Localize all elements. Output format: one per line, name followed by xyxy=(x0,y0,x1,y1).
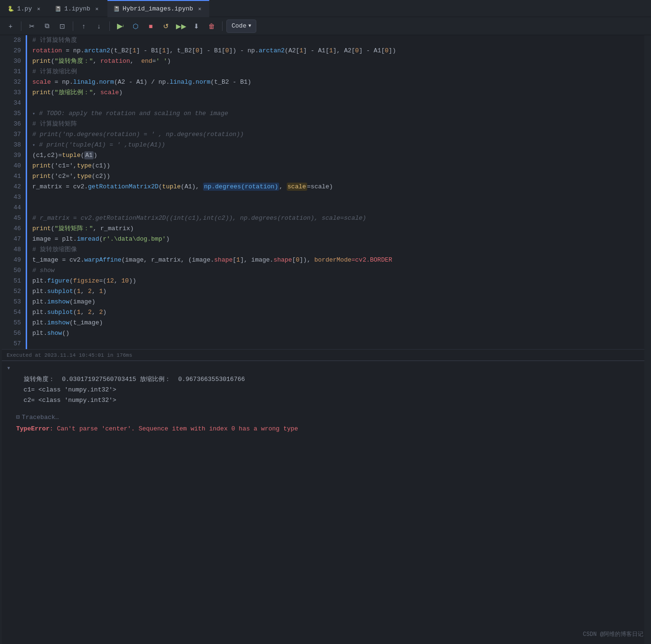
code-token: , xyxy=(279,183,287,190)
tab-1ipynb[interactable]: 📓 1.ipynb ✕ xyxy=(49,0,107,17)
table-row: 30print("旋转角度：", rotation, end=' ') xyxy=(2,56,644,67)
output-area: ▾ 旋转角度： 0.030171927560703415 放缩比例： 0.967… xyxy=(2,361,644,435)
code-line[interactable]: rotation = np.arctan2(t_B2[1] - B1[1], t… xyxy=(26,46,644,56)
download-button[interactable]: ⬇ xyxy=(190,20,203,33)
code-line[interactable] xyxy=(26,339,644,349)
code-line[interactable]: plt.imshow(t_image) xyxy=(26,318,644,328)
python-icon: 🐍 xyxy=(8,6,14,12)
tab-1ipynb-close[interactable]: ✕ xyxy=(93,5,101,13)
line-number: 36 xyxy=(2,119,26,129)
tab-1ipynb-label: 1.ipynb xyxy=(64,5,90,12)
code-line[interactable]: print('c1=',type(c1)) xyxy=(26,161,644,171)
cell-bar xyxy=(26,119,27,129)
output-line: 旋转角度： 0.030171927560703415 放缩比例： 0.96736… xyxy=(2,374,644,385)
code-token: 1 xyxy=(300,47,303,54)
table-row: 46print("旋转矩阵：", r_matrix) xyxy=(2,224,644,234)
fold-icon[interactable]: ▾ xyxy=(32,143,38,148)
run-current-button[interactable]: ▶I xyxy=(114,20,127,33)
code-line[interactable]: # 计算旋转角度 xyxy=(26,35,644,46)
traceback-row[interactable]: ⊟Traceback… xyxy=(2,412,644,423)
code-token: , xyxy=(93,58,100,65)
stop-button[interactable]: ■ xyxy=(144,20,157,33)
copy-button[interactable]: ⧉ xyxy=(40,20,54,33)
move-up-button[interactable]: ↑ xyxy=(77,20,90,33)
scrollbar-track[interactable] xyxy=(644,35,651,644)
code-line[interactable]: scale = np.linalg.norm(A2 - A1) / np.lin… xyxy=(26,77,644,88)
code-token: imread xyxy=(77,235,99,243)
tab-1py[interactable]: 🐍 1.py ✕ xyxy=(2,0,48,17)
table-row: 33print("放缩比例：", scale) xyxy=(2,88,644,98)
code-line[interactable]: # show xyxy=(26,265,644,276)
code-token: , r_matrix) xyxy=(93,225,134,232)
code-line[interactable]: print('c2=',type(c2)) xyxy=(26,171,644,182)
editor-area: 28# 计算旋转角度29rotation = np.arctan2(t_B2[1… xyxy=(0,35,651,644)
output-collapse-row[interactable]: ▾ xyxy=(2,361,644,374)
code-line[interactable]: # 计算旋转矩阵 xyxy=(26,119,644,129)
code-line[interactable]: image = plt.imread(r'.\data\dog.bmp') xyxy=(26,234,644,244)
code-line[interactable]: plt.subplot(1, 2, 1) xyxy=(26,286,644,297)
code-line[interactable]: ▾ # print('tuple(A1) = ' ,tuple(A1)) xyxy=(26,140,644,150)
delete-button[interactable]: 🗑 xyxy=(205,20,218,33)
add-cell-button[interactable]: + xyxy=(4,20,17,33)
code-token: tuple xyxy=(62,152,80,159)
code-token: ], A2[ xyxy=(333,47,355,54)
code-line[interactable]: print("旋转矩阵：", r_matrix) xyxy=(26,224,644,234)
tab-1py-label: 1.py xyxy=(17,5,32,12)
code-line[interactable]: ▾ # TODO: apply the rotation and scaling… xyxy=(26,108,644,119)
code-token: ] - A1[ xyxy=(303,47,330,54)
cell-type-dropdown[interactable]: Code ▼ xyxy=(226,20,256,33)
toolbar-divider-2 xyxy=(73,21,73,31)
paste-button[interactable]: ⊡ xyxy=(56,20,69,33)
table-row: 39(c1,c2)=tuple(A1) xyxy=(2,150,644,161)
code-line[interactable]: plt.show() xyxy=(26,328,644,339)
code-line[interactable] xyxy=(26,98,644,108)
line-number: 57 xyxy=(2,339,26,349)
code-line[interactable]: plt.figure(figsize=(12, 10)) xyxy=(26,276,644,286)
tab-1py-close[interactable]: ✕ xyxy=(35,5,42,13)
code-token: (t_image) xyxy=(69,319,103,326)
code-token: type xyxy=(77,173,92,180)
code-token: # 旋转放缩图像 xyxy=(32,246,77,253)
cell-bar xyxy=(26,234,27,244)
tab-hybrid[interactable]: 📓 Hybrid_images.ipynb ✕ xyxy=(107,0,209,17)
code-line[interactable] xyxy=(26,203,644,213)
code-line[interactable] xyxy=(26,192,644,203)
code-token: ' ' xyxy=(156,58,167,65)
code-token xyxy=(32,340,36,347)
fold-icon[interactable]: ▾ xyxy=(32,111,38,117)
collapse-icon[interactable]: ▾ xyxy=(7,364,10,372)
table-row: 50# show xyxy=(2,265,644,276)
code-line[interactable]: # print('np.degrees(rotation) = ' , np.d… xyxy=(26,129,644,140)
code-line[interactable]: r_matrix = cv2.getRotationMatrix2D(tuple… xyxy=(26,182,644,192)
traceback-label: Traceback… xyxy=(22,412,59,423)
code-line[interactable]: # r_matrix = cv2.getRotationMatrix2D((in… xyxy=(26,213,644,224)
code-token: ], image. xyxy=(240,256,273,263)
code-line[interactable]: t_image = cv2.warpAffine(image, r_matrix… xyxy=(26,255,644,265)
code-token: linalg xyxy=(170,78,192,86)
code-token: # print('np.degrees(rotation) = ' , np.d… xyxy=(32,131,244,138)
code-line[interactable]: # 计算放缩比例 xyxy=(26,67,644,77)
code-token: print xyxy=(32,225,51,232)
tab-hybrid-close[interactable]: ✕ xyxy=(196,5,204,13)
code-line[interactable]: plt.subplot(1, 2, 2) xyxy=(26,307,644,318)
code-line[interactable]: print("旋转角度：", rotation, end=' ') xyxy=(26,56,644,67)
code-token: (A1), xyxy=(181,183,203,190)
code-line[interactable]: print("放缩比例：", scale) xyxy=(26,88,644,98)
code-line[interactable]: (c1,c2)=tuple(A1) xyxy=(26,150,644,161)
code-token: type xyxy=(77,162,92,169)
code-token: 1 xyxy=(162,47,166,54)
traceback-toggle-icon[interactable]: ⊟ xyxy=(16,412,20,423)
cut-button[interactable]: ✂ xyxy=(25,20,39,33)
move-down-button[interactable]: ↓ xyxy=(92,20,106,33)
interrupt-button[interactable]: ⬡ xyxy=(129,20,142,33)
restart-button[interactable]: ↺ xyxy=(159,20,173,33)
code-line[interactable]: # 旋转放缩图像 xyxy=(26,244,644,255)
run-all-button[interactable]: ▶▶ xyxy=(175,20,188,33)
cell-bar xyxy=(26,276,27,286)
line-number: 33 xyxy=(2,88,26,98)
code-token: # 计算旋转矩阵 xyxy=(32,120,77,127)
code-line[interactable]: plt.imshow(image) xyxy=(26,297,644,307)
code-token: 0 xyxy=(225,47,229,54)
code-editor[interactable]: 28# 计算旋转角度29rotation = np.arctan2(t_B2[1… xyxy=(2,35,644,644)
table-row: 44 xyxy=(2,203,644,213)
